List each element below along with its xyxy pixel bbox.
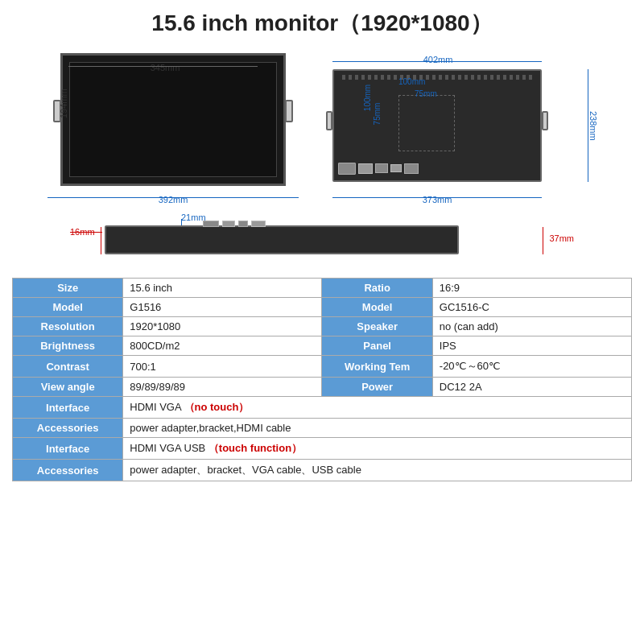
label-accessories1: Accessories (13, 419, 123, 438)
vga-port (222, 221, 235, 227)
label-panel: Panel (322, 336, 432, 356)
side-top-ports (203, 221, 266, 227)
value-resolution: 1920*1080 (123, 317, 322, 336)
value-brightness: 800CD/m2 (123, 336, 322, 356)
touch-function-text: （touch function） (208, 442, 302, 454)
dim-238-line (588, 69, 588, 182)
dim-16-vline (101, 227, 101, 254)
label-size: Size (13, 279, 123, 298)
dim-37-label: 37mm (549, 233, 574, 243)
label-viewangle: View angle (13, 378, 123, 397)
port4 (390, 164, 402, 172)
dim-373-label: 373mm (332, 195, 542, 204)
value-panel: IPS (432, 336, 631, 356)
back-diagram: 402mm 373mm 238mm 100mm 75mm 100mm 75mm (326, 45, 600, 206)
spec-row-viewangle: View angle 89/89/89/89 Power DC12 2A (13, 378, 632, 397)
value-interface2: HDMI VGA USB （touch function） (123, 438, 632, 460)
no-touch-text: （no touch） (184, 401, 250, 413)
port2 (358, 163, 373, 174)
label-working-tem: Working Tem (322, 356, 432, 378)
dim-402-line (332, 61, 542, 62)
dim-75h-label: 75mm (415, 89, 437, 98)
value-interface1: HDMI VGA （no touch） (123, 397, 632, 419)
monitor-screen (69, 62, 277, 177)
value-power: DC12 2A (432, 378, 631, 397)
back-bracket-right (542, 111, 548, 130)
back-ports (338, 160, 536, 176)
spec-row-accessories1: Accessories power adapter,bracket,HDMI c… (13, 419, 632, 438)
diagrams-row: 345mm 194mm 392mm (12, 45, 632, 206)
side-diagram: 21mm 16mm 37mm (12, 211, 632, 271)
dim-392-line (47, 197, 299, 198)
label-brightness: Brightness (13, 336, 123, 356)
spec-row-resolution: Resolution 1920*1080 Speaker no (can add… (13, 317, 632, 336)
dim-194-label: 194mm (59, 89, 68, 118)
label-contrast: Contrast (13, 356, 123, 378)
value-speaker: no (can add) (432, 317, 631, 336)
value-accessories2: power adapter、bracket、VGA cable、USB cabl… (123, 460, 632, 481)
dim-345-line (68, 66, 258, 67)
dim-21-label: 21mm (181, 213, 206, 222)
spec-row-brightness: Brightness 800CD/m2 Panel IPS (13, 336, 632, 356)
specs-table: Size 15.6 inch Ratio 16:9 Model G1516 Mo… (12, 278, 632, 481)
label-model-l: Model (13, 298, 123, 317)
spec-row-accessories2: Accessories power adapter、bracket、VGA ca… (13, 460, 632, 481)
label-accessories2: Accessories (13, 460, 123, 481)
dim-75v-label: 75mm (373, 103, 382, 126)
value-contrast: 700:1 (123, 356, 322, 378)
usb-port (251, 221, 266, 227)
spec-row-size: Size 15.6 inch Ratio 16:9 (13, 279, 632, 298)
label-power: Power (322, 378, 432, 397)
value-accessories1: power adapter,bracket,HDMI cable (123, 419, 632, 438)
label-model-r: Model (322, 298, 432, 317)
label-resolution: Resolution (13, 317, 123, 336)
dim-37-vline (543, 227, 543, 254)
dim-238-label: 238mm (588, 69, 598, 182)
value-model-l: G1516 (123, 298, 322, 317)
back-bracket-left (326, 111, 332, 130)
monitor-front (60, 53, 286, 186)
dim-392-label: 392mm (44, 195, 302, 204)
dim-100h-label: 100mm (398, 77, 425, 86)
bracket-hole-right (285, 100, 293, 122)
label-ratio: Ratio (322, 279, 432, 298)
port1 (338, 163, 356, 175)
label-interface2: Interface (13, 438, 123, 460)
value-model-r: GC1516-C (432, 298, 631, 317)
label-speaker: Speaker (322, 317, 432, 336)
port3 (375, 163, 388, 173)
monitor-side (105, 225, 459, 254)
vent-holes (342, 75, 532, 80)
page: 15.6 inch monitor（1920*1080） 345mm 194mm… (0, 0, 644, 644)
value-ratio: 16:9 (432, 279, 631, 298)
spec-row-interface2: Interface HDMI VGA USB （touch function） (13, 438, 632, 460)
label-interface1: Interface (13, 397, 123, 419)
audio-port (238, 221, 248, 227)
value-working-tem: -20℃～60℃ (432, 356, 631, 378)
dim-100v-label: 100mm (363, 85, 372, 111)
port5 (404, 163, 419, 174)
spec-row-contrast: Contrast 700:1 Working Tem -20℃～60℃ (13, 356, 632, 378)
dim-402-label: 402mm (332, 55, 543, 64)
dim-373-line (332, 197, 542, 198)
vesa-mount (398, 95, 455, 151)
value-size: 15.6 inch (123, 279, 322, 298)
dim-21-line (181, 219, 182, 225)
dim-16-line (70, 232, 102, 233)
spec-row-interface1: Interface HDMI VGA （no touch） (13, 397, 632, 419)
dim-345-label: 345mm (89, 63, 242, 72)
page-title: 15.6 inch monitor（1920*1080） (151, 8, 492, 39)
value-viewangle: 89/89/89/89 (123, 378, 322, 397)
front-diagram: 345mm 194mm 392mm (44, 45, 318, 206)
spec-row-model: Model G1516 Model GC1516-C (13, 298, 632, 317)
